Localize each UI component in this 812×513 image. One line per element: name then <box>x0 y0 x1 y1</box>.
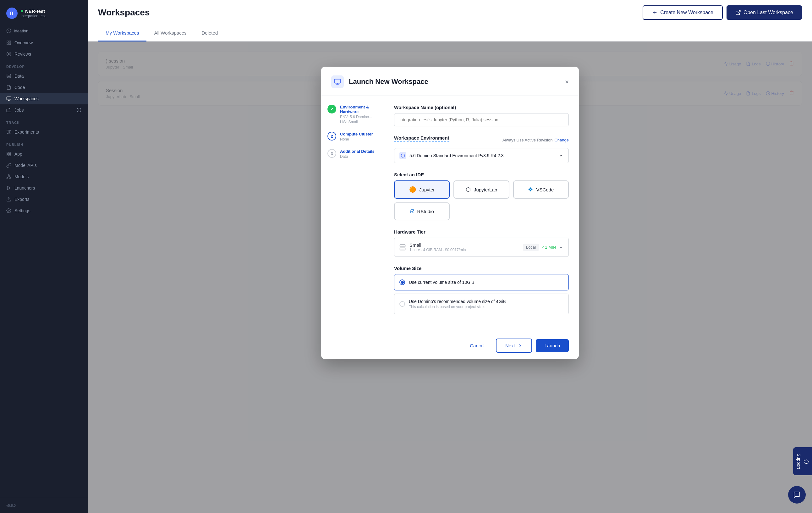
reviews-icon <box>6 52 11 57</box>
launch-button[interactable]: Launch <box>536 339 569 352</box>
sidebar-item-code[interactable]: Code <box>0 82 88 93</box>
volume-option-current[interactable]: Use current volume size of 10GiB <box>394 274 569 290</box>
svg-rect-13 <box>7 109 11 112</box>
ide-label: Select an IDE <box>394 172 569 177</box>
next-button[interactable]: Next <box>496 339 532 353</box>
step-3[interactable]: 3 Additional Details Data <box>327 149 377 159</box>
ide-options-grid: 🟠 Jupyter ⬡ JupyterLab ❖ VSCode <box>394 180 569 199</box>
vscode-icon: ❖ <box>528 186 533 193</box>
sidebar-item-exports[interactable]: Exports <box>0 194 88 205</box>
volume-option-recommended[interactable]: Use Domino's recommended volume size of … <box>394 293 569 314</box>
modal-close-button[interactable]: × <box>565 78 569 86</box>
svg-rect-6 <box>9 43 11 45</box>
code-icon <box>6 85 11 90</box>
jobs-add-icon[interactable] <box>76 108 81 113</box>
content-area: ) session Jupyter · Small Usage Logs His… <box>88 41 812 513</box>
sidebar-item-data[interactable]: Data <box>0 70 88 82</box>
topbar-actions: Create New Workspace Open Last Workspace <box>643 5 802 20</box>
stepper: ✓ Environment & Hardware ENV: 5.6 Domino… <box>321 96 384 332</box>
model-apis-icon <box>6 163 11 168</box>
sidebar-item-experiments[interactable]: Experiments <box>0 126 88 138</box>
support-refresh-icon <box>804 459 809 464</box>
tab-all-workspaces[interactable]: All Workspaces <box>146 25 194 41</box>
project-name: NER-test <box>25 8 45 14</box>
svg-rect-19 <box>7 154 8 156</box>
svg-point-9 <box>7 74 11 75</box>
env-note-text: Always Use Active Revision <box>502 138 553 142</box>
section-publish: PUBLISH <box>0 138 88 148</box>
radio-current-inner <box>401 281 404 284</box>
sidebar-item-settings[interactable]: Settings <box>0 205 88 216</box>
ideation-row[interactable]: Ideation <box>0 26 88 37</box>
svg-point-21 <box>8 174 9 176</box>
monitor-modal-icon <box>334 78 341 85</box>
step-1-circle: ✓ <box>327 105 336 113</box>
volume-label: Volume Size <box>394 266 569 271</box>
sidebar-nav: Overview Reviews DEVELOP Data Code Works… <box>0 37 88 497</box>
svg-point-23 <box>10 178 11 179</box>
modal-icon <box>331 76 344 88</box>
modal-body: ✓ Environment & Hardware ENV: 5.6 Domino… <box>321 96 579 332</box>
settings-icon <box>6 208 11 213</box>
workspace-name-label: Workspace Name (optional) <box>394 105 569 110</box>
workspace-env-section: Workspace Environment Always Use Active … <box>394 135 569 163</box>
sidebar-item-launchers[interactable]: Launchers <box>0 182 88 194</box>
support-tab[interactable]: Support <box>793 447 812 475</box>
sidebar-item-workspaces[interactable]: Workspaces <box>0 93 88 104</box>
exports-icon <box>6 197 11 202</box>
create-workspace-button[interactable]: Create New Workspace <box>643 5 723 20</box>
env-note-row: Always Use Active Revision Change <box>502 138 569 142</box>
sidebar-item-reviews[interactable]: Reviews <box>0 49 88 60</box>
svg-rect-33 <box>335 79 340 83</box>
sidebar-item-app[interactable]: App <box>0 148 88 160</box>
step-2-label: Compute Cluster <box>340 132 373 136</box>
env-chevron-icon <box>558 153 563 158</box>
ide-jupyterlab-button[interactable]: ⬡ JupyterLab <box>454 180 509 199</box>
chat-button[interactable] <box>788 486 806 504</box>
step-1[interactable]: ✓ Environment & Hardware ENV: 5.6 Domino… <box>327 105 377 124</box>
workspace-env-label: Workspace Environment <box>394 135 450 142</box>
overview-icon <box>6 40 11 45</box>
ide-jupyter-button[interactable]: 🟠 Jupyter <box>394 180 450 199</box>
volume-section: Volume Size Use current volume size of 1… <box>394 266 569 314</box>
ide-options-row2: R RStudio <box>394 202 569 220</box>
env-change-link[interactable]: Change <box>554 138 569 142</box>
svg-rect-3 <box>7 41 8 42</box>
step-2-circle: 2 <box>327 132 336 141</box>
svg-rect-4 <box>9 41 11 42</box>
hardware-chevron-icon[interactable] <box>558 245 563 250</box>
sidebar-item-overview[interactable]: Overview <box>0 37 88 49</box>
experiments-icon <box>6 130 11 135</box>
svg-rect-36 <box>400 245 405 247</box>
modal-form: Workspace Name (optional) Workspace Envi… <box>384 96 579 332</box>
ide-vscode-button[interactable]: ❖ VSCode <box>513 180 569 199</box>
env-label-row: Workspace Environment Always Use Active … <box>394 135 569 145</box>
step-2[interactable]: 2 Compute Cluster None <box>327 132 377 141</box>
sidebar-item-jobs[interactable]: Jobs <box>0 104 88 116</box>
tab-my-workspaces[interactable]: My Workspaces <box>98 25 146 41</box>
hardware-label: Hardware Tier <box>394 229 569 234</box>
sidebar-item-model-apis[interactable]: Model APIs <box>0 160 88 171</box>
cancel-button[interactable]: Cancel <box>462 339 492 352</box>
svg-point-22 <box>7 178 8 179</box>
hardware-box[interactable]: Small 1 core · 4 GiB RAM · $0.0017/min L… <box>394 238 569 257</box>
svg-rect-20 <box>9 154 11 156</box>
step-1-sub2: HW: Small <box>340 120 377 124</box>
step-1-sub1: ENV: 5.6 Domino... <box>340 115 377 119</box>
ide-rstudio-button[interactable]: R RStudio <box>394 202 450 220</box>
sidebar-footer: v5.8.0 <box>0 497 88 513</box>
ide-section: Select an IDE 🟠 Jupyter ⬡ JupyterLab <box>394 172 569 220</box>
step-3-label: Additional Details <box>340 149 375 154</box>
workspace-name-section: Workspace Name (optional) <box>394 105 569 126</box>
modal-title: Launch New Workspace <box>349 78 428 86</box>
radio-current <box>399 280 405 285</box>
sidebar-item-models[interactable]: Models <box>0 171 88 182</box>
open-last-workspace-button[interactable]: Open Last Workspace <box>727 5 802 20</box>
step-3-circle: 3 <box>327 149 336 158</box>
workspace-name-input[interactable] <box>394 113 569 126</box>
env-select-dropdown[interactable]: 5.6 Domino Standard Environment Py3.9 R4… <box>394 148 569 163</box>
logo-avatar: IT <box>6 7 18 19</box>
tab-deleted[interactable]: Deleted <box>194 25 226 41</box>
volume-recommended-info: Use Domino's recommended volume size of … <box>409 299 505 309</box>
project-sub: integration-test <box>21 14 46 18</box>
